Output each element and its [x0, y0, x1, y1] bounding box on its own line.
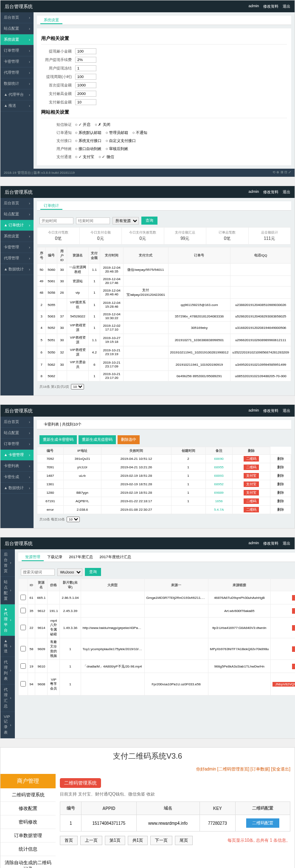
qr-sidebar-item[interactable]: 清除自动生成的二维码记录	[0, 856, 56, 868]
sidebar-item[interactable]: 站点配置›	[0, 577, 15, 604]
end-time[interactable]	[76, 217, 110, 224]
sidebar-item[interactable]: 代理汇总›	[0, 684, 15, 712]
page-button[interactable]: 第1页	[105, 836, 125, 845]
sidebar-item[interactable]: 后台首页›	[0, 198, 34, 209]
sidebar-item[interactable]: 代理管理›	[0, 67, 34, 78]
sidebar-item[interactable]: 站点配置›	[0, 209, 34, 220]
radio-option[interactable]: ○ 系统默认邮箱	[75, 130, 101, 136]
sidebar-item[interactable]: 系统设置›	[0, 231, 34, 242]
page-button[interactable]: 下一页	[150, 836, 172, 845]
sidebar-item[interactable]: 卡密列表›	[0, 461, 34, 472]
sidebar-item[interactable]: ▲ 数据统计›	[0, 264, 34, 275]
tab[interactable]: 2017年度统计汇总	[96, 554, 135, 560]
setting-input[interactable]	[75, 82, 96, 88]
sidebar-item[interactable]: 数据统计›	[0, 78, 34, 89]
qr-sidebar-item[interactable]: 统计信息	[0, 843, 56, 856]
radio-option[interactable]: ○ 管理员邮箱	[106, 130, 128, 136]
tab[interactable]: 资源管理	[22, 554, 44, 561]
radio-option[interactable]: ○ 接口自动到账	[75, 146, 101, 152]
page-button[interactable]: 尾页	[175, 836, 193, 845]
row-checkbox[interactable]	[20, 646, 26, 651]
qr-config-button[interactable]: 二维码配置	[246, 818, 279, 828]
start-time[interactable]	[39, 217, 73, 224]
radio-option[interactable]: ○ ✗ 关闭	[95, 122, 110, 128]
page-button[interactable]: 共1页	[128, 836, 148, 845]
delete-button[interactable]: 二维码	[244, 507, 259, 512]
action-button[interactable]: 重新生成充值密码	[79, 435, 116, 444]
sidebar-item[interactable]: ▲ 卡密管理›	[0, 450, 34, 461]
sidebar-item[interactable]: 后台首页›	[0, 417, 34, 428]
row-checkbox[interactable]	[20, 663, 26, 669]
setting-input[interactable]	[75, 74, 96, 80]
row-checkbox[interactable]	[20, 625, 26, 630]
setting-input[interactable]	[75, 65, 96, 71]
btn-modify[interactable]: 修改资料	[263, 4, 278, 9]
action-button[interactable]: 直接下载	[292, 625, 295, 631]
sidebar-item[interactable]: ▲ 推送›	[0, 100, 34, 111]
sidebar-item[interactable]: 代理列表›	[0, 657, 15, 684]
tab-settings[interactable]: 系统设置	[40, 17, 62, 24]
delete-button[interactable]: 支付宝	[244, 481, 259, 487]
search-input[interactable]	[21, 569, 55, 576]
page-button[interactable]: 首页	[60, 836, 78, 845]
sidebar-item[interactable]: ▲ 订单统计›	[0, 220, 34, 231]
action-button[interactable]: 重新生成卡密密码	[39, 435, 77, 444]
sidebar-item[interactable]: 卡密管理›	[0, 242, 34, 253]
qr-sidebar-item[interactable]: 密码修改	[0, 815, 56, 829]
row-checkbox[interactable]	[20, 681, 26, 687]
action-button[interactable]: 删除选中	[118, 435, 140, 444]
setting-input[interactable]	[75, 57, 96, 63]
row-checkbox[interactable]	[20, 595, 26, 600]
top-link[interactable]: [订单数据]	[250, 767, 270, 771]
query-button[interactable]: 查询	[85, 568, 101, 576]
tab[interactable]: 下载记录	[44, 554, 66, 560]
action-button[interactable]: 直接下载	[292, 595, 295, 601]
radio-option[interactable]: ○ 自定义支付接口	[106, 138, 136, 144]
radio-option[interactable]: ○ 审核后到账	[106, 146, 128, 152]
btn-logout[interactable]: 退出	[283, 4, 290, 9]
radio-option[interactable]: ○ 不通知	[132, 130, 147, 136]
action-button[interactable]: JNbpV82VQV4N:JTTVC4bV4o2Fs	[273, 682, 295, 687]
footer-icons[interactable]: ⟲ ⊕ ⊞ ⊡ ⤢	[273, 170, 291, 175]
sidebar-item[interactable]: 系统设置›	[0, 34, 34, 45]
sidebar-item[interactable]: 卡密生成›	[0, 472, 34, 483]
delete-button[interactable]: 二维码	[244, 498, 259, 504]
radio-option[interactable]: ○ ✓ 支付宝	[75, 154, 94, 160]
qr-sidebar-item[interactable]: 二维码管理系统	[0, 788, 56, 802]
resource-select[interactable]: 所有资源	[112, 217, 139, 225]
sidebar-item[interactable]: 站点配置›	[0, 23, 34, 34]
sidebar-item[interactable]: ▲ 数据统计›	[0, 483, 34, 494]
sidebar-item[interactable]: ▲ 代理平台›	[0, 604, 15, 636]
top-link[interactable]: [安全退出]	[271, 767, 290, 771]
qr-sidebar-item[interactable]: 订单数据管理	[0, 829, 56, 843]
sidebar-item[interactable]: 订单管理›	[0, 45, 34, 56]
sidebar-item[interactable]: 后台首页›	[0, 12, 34, 23]
sidebar-item[interactable]: 订单管理›	[0, 439, 34, 450]
delete-button[interactable]: 支付宝	[244, 490, 259, 495]
sidebar-item[interactable]: VIP记录表›	[0, 712, 15, 738]
delete-button[interactable]: 支付宝	[244, 473, 259, 479]
radio-option[interactable]: ○ ✓ 开启	[75, 122, 90, 128]
row-checkbox[interactable]	[20, 608, 26, 613]
delete-button[interactable]: 二维码	[244, 456, 259, 462]
top-link[interactable]: [二维码管理首页]	[217, 767, 250, 771]
delete-button[interactable]: 二维码	[244, 465, 259, 470]
radio-option[interactable]: ○ 系统支付接口	[75, 138, 101, 144]
sidebar-item[interactable]: 站点配置›	[0, 428, 34, 439]
qr-sidebar-item[interactable]: 修改配置	[0, 802, 56, 815]
action-button[interactable]: 直接下载	[292, 646, 295, 652]
sidebar-item[interactable]: 卡密管理›	[0, 56, 34, 67]
action-button[interactable]: 一种任务	[292, 664, 295, 669]
setting-input[interactable]	[75, 99, 96, 105]
tab-order-stats[interactable]: 订单统计	[40, 202, 62, 210]
page-button[interactable]: 上一页	[80, 836, 102, 845]
action-button[interactable]: 直接下载	[292, 608, 295, 614]
setting-input[interactable]	[75, 91, 96, 97]
radio-option[interactable]: ○ ✓ 微信	[98, 154, 114, 160]
setting-input[interactable]	[75, 48, 96, 54]
sidebar-item[interactable]: ▲ 推送›	[0, 636, 15, 657]
sidebar-item[interactable]: 后台首页›	[0, 549, 15, 577]
query-button[interactable]: 查询	[141, 217, 157, 225]
sidebar-item[interactable]: 代理管理›	[0, 253, 34, 264]
sidebar-item[interactable]: ▲ 代理平台›	[0, 89, 34, 100]
